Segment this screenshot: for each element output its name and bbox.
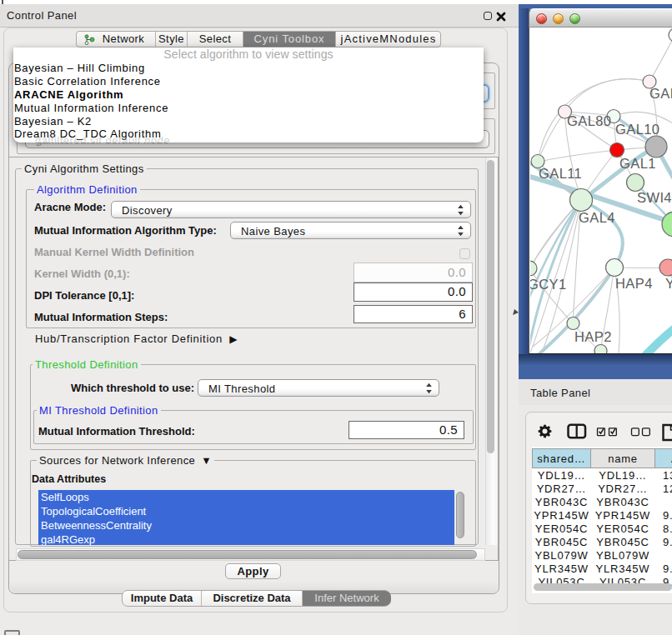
svg-text:GAL4: GAL4: [579, 210, 615, 225]
svg-text:YL: YL: [665, 276, 672, 291]
svg-text:GAL2: GAL2: [649, 86, 672, 101]
svg-text:GAL11: GAL11: [539, 166, 582, 181]
svg-text:GCY1: GCY1: [530, 277, 567, 292]
svg-text:HAP2: HAP2: [574, 329, 612, 344]
svg-text:HAP4: HAP4: [615, 276, 653, 291]
svg-text:GAL10: GAL10: [615, 122, 659, 137]
svg-text:GAL1: GAL1: [619, 156, 656, 171]
svg-text:SWI4: SWI4: [637, 190, 672, 205]
svg-text:GAL80: GAL80: [567, 113, 611, 128]
